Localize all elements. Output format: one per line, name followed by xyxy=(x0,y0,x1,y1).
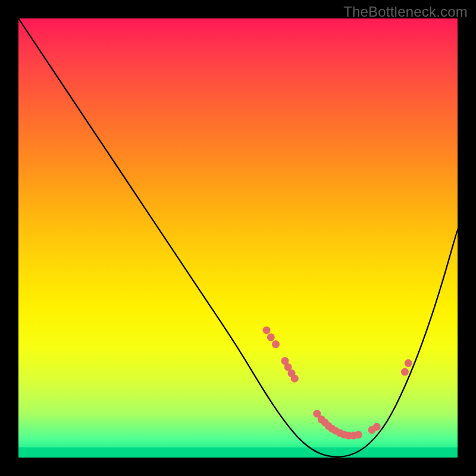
watermark-text: TheBottleneck.com xyxy=(343,4,468,20)
data-marker xyxy=(405,359,412,367)
chart-frame: TheBottleneck.com xyxy=(0,0,476,476)
data-marker xyxy=(401,368,409,376)
data-marker xyxy=(263,327,271,334)
bottleneck-curve xyxy=(18,18,458,457)
curve-svg xyxy=(18,18,458,458)
data-marker xyxy=(291,375,299,383)
plot-area xyxy=(18,18,458,458)
data-marker xyxy=(272,340,280,348)
data-marker xyxy=(373,423,381,431)
data-marker xyxy=(355,431,362,439)
data-marker xyxy=(267,333,275,341)
